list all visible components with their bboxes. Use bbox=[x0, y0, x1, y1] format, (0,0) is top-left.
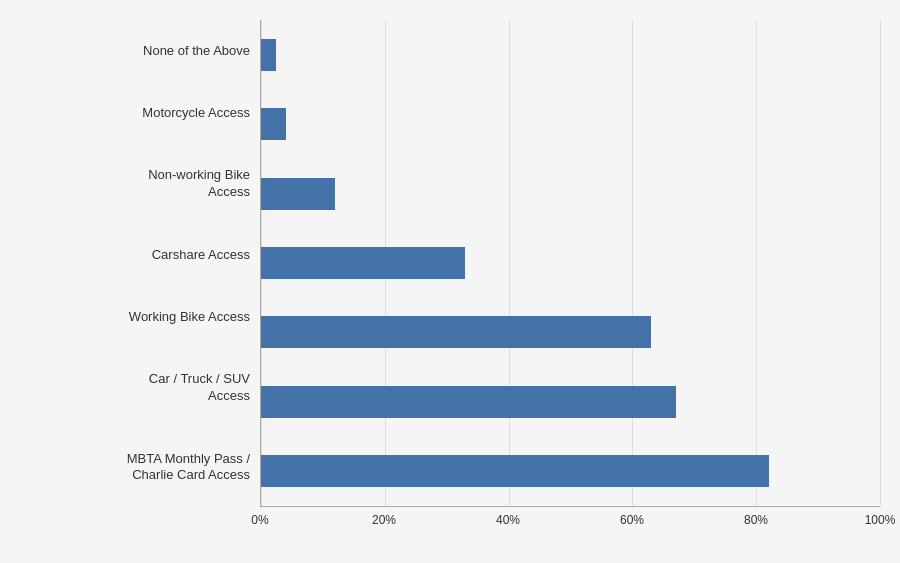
bar bbox=[261, 386, 676, 418]
y-axis-labels: MBTA Monthly Pass / Charlie Card AccessC… bbox=[20, 20, 260, 507]
x-axis-label: 80% bbox=[744, 513, 768, 527]
bar bbox=[261, 108, 286, 140]
grid-line bbox=[880, 20, 881, 506]
chart-area: MBTA Monthly Pass / Charlie Card AccessC… bbox=[20, 20, 880, 507]
x-axis-label: 100% bbox=[865, 513, 896, 527]
bar bbox=[261, 316, 651, 348]
x-axis-labels: 0%20%40%60%80%100% bbox=[260, 507, 880, 513]
bar-row bbox=[261, 367, 880, 436]
bar bbox=[261, 39, 276, 71]
y-axis-label: Non-working Bike Access bbox=[20, 163, 250, 205]
x-axis-label: 0% bbox=[251, 513, 268, 527]
x-axis-label: 60% bbox=[620, 513, 644, 527]
y-axis-label: MBTA Monthly Pass / Charlie Card Access bbox=[20, 447, 250, 489]
bar-row bbox=[261, 89, 880, 158]
bar-row bbox=[261, 437, 880, 506]
bars-section bbox=[260, 20, 880, 507]
bar-row bbox=[261, 298, 880, 367]
bar-row bbox=[261, 20, 880, 89]
bar bbox=[261, 455, 769, 487]
bar bbox=[261, 247, 465, 279]
bar-row bbox=[261, 159, 880, 228]
bar-row bbox=[261, 228, 880, 297]
y-axis-label: Carshare Access bbox=[20, 243, 250, 268]
bar bbox=[261, 178, 335, 210]
y-axis-label: None of the Above bbox=[20, 39, 250, 64]
x-axis-label: 40% bbox=[496, 513, 520, 527]
x-axis-label: 20% bbox=[372, 513, 396, 527]
y-axis-label: Working Bike Access bbox=[20, 305, 250, 330]
chart-container: MBTA Monthly Pass / Charlie Card AccessC… bbox=[0, 0, 900, 563]
y-axis-label: Motorcycle Access bbox=[20, 101, 250, 126]
y-axis-label: Car / Truck / SUV Access bbox=[20, 367, 250, 409]
